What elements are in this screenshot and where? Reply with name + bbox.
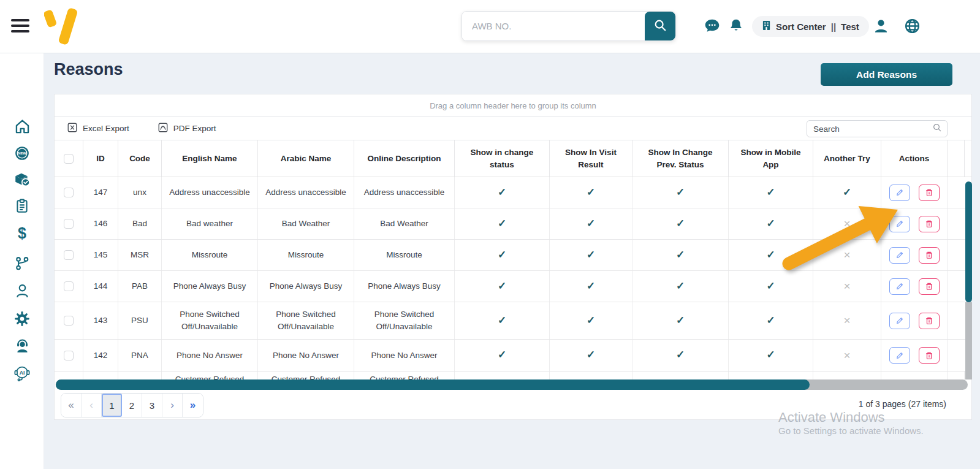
cell-code: PAB	[118, 271, 162, 302]
row-checkbox[interactable]	[55, 240, 83, 270]
table-row: 145 MSR Missroute Missroute Missroute ✓ …	[55, 240, 971, 271]
cell-english-name: Phone Switched Off/Unavailable	[162, 302, 258, 339]
group-panel[interactable]: Drag a column header here to group its c…	[55, 94, 971, 117]
vertical-scrollbar-track[interactable]	[965, 302, 972, 379]
cell-actions	[881, 240, 948, 270]
column-header-show-in-change-prev-status[interactable]: Show In Change Prev. Status	[632, 140, 729, 177]
cell-show-in-change-prev-status: ✓	[632, 208, 729, 239]
pagination-page-1[interactable]: 1	[102, 394, 122, 417]
cell-show-in-mobile-app: ✓	[729, 302, 813, 339]
edit-button[interactable]	[889, 185, 910, 201]
delete-button[interactable]	[919, 347, 940, 364]
cell-another-try: ✓	[813, 177, 881, 208]
edit-button[interactable]	[889, 247, 910, 264]
cell-code: unx	[118, 177, 162, 208]
excel-export-button[interactable]: Excel Export	[67, 122, 129, 135]
ai-assistant-icon[interactable]: AI	[12, 364, 32, 383]
topbar: Sort Center || Test	[0, 0, 980, 53]
notifications-bell-icon[interactable]	[728, 18, 745, 35]
branch-icon[interactable]	[12, 254, 32, 273]
awb-search-button[interactable]	[645, 12, 675, 40]
vertical-scrollbar-thumb[interactable]	[965, 181, 972, 302]
column-header-online-description[interactable]: Online Description	[354, 140, 455, 177]
column-header-english-name[interactable]: English Name	[162, 140, 258, 177]
pagination-last-button[interactable]: »	[183, 394, 203, 417]
cell-another-try: ×	[813, 208, 881, 239]
pagination-first-button[interactable]: «	[61, 394, 82, 417]
cell-online-description: Phone No Answer	[354, 340, 455, 371]
pagination-summary: 1 of 3 pages (27 items)	[859, 399, 946, 409]
activate-windows-watermark-sub: Go to Settings to activate Windows.	[778, 425, 924, 436]
horizontal-scrollbar[interactable]	[55, 379, 973, 390]
delete-button[interactable]	[919, 247, 940, 264]
select-all-checkbox[interactable]	[55, 140, 83, 177]
cell-english-name: Address unaccessible	[162, 177, 258, 208]
pdf-export-button[interactable]: PDF Export	[158, 122, 216, 135]
brand-logo[interactable]	[44, 7, 78, 47]
add-reasons-button[interactable]: Add Reasons	[821, 63, 952, 86]
column-header-arabic-name[interactable]: Arabic Name	[258, 140, 354, 177]
language-globe-icon[interactable]	[904, 18, 921, 35]
pagination-next-button[interactable]: ›	[162, 394, 183, 417]
clipboard-icon[interactable]	[12, 196, 32, 216]
dollar-icon[interactable]: $	[12, 223, 32, 243]
new-badge-icon[interactable]: NEW	[12, 143, 32, 163]
row-checkbox[interactable]	[55, 302, 83, 339]
cell-arabic-name: Bad Weather	[258, 208, 354, 239]
center-badge[interactable]: Sort Center || Test	[752, 16, 869, 37]
row-checkbox[interactable]	[55, 271, 83, 302]
delete-button[interactable]	[919, 185, 940, 201]
cell-show-in-mobile-app: ✓	[729, 340, 813, 371]
column-header-another-try[interactable]: Another Try	[813, 140, 881, 177]
user-profile-icon[interactable]	[873, 18, 890, 35]
awb-search-input[interactable]	[462, 12, 645, 40]
cell-id: 146	[83, 208, 118, 239]
cell-show-in-change-prev-status: ✓	[632, 177, 729, 208]
row-checkbox[interactable]	[55, 177, 83, 208]
excel-icon	[67, 122, 78, 135]
pagination-page-3[interactable]: 3	[142, 394, 162, 417]
column-header-id[interactable]: ID	[83, 140, 118, 177]
package-check-icon[interactable]	[12, 169, 32, 189]
filler-column	[948, 177, 965, 208]
pagination-page-2[interactable]: 2	[122, 394, 142, 417]
column-header-show-in-mobile-app[interactable]: Show in Mobile App	[729, 140, 813, 177]
cell-online-description: Phone Switched Off/Unavailable	[354, 302, 455, 339]
horizontal-scrollbar-thumb[interactable]	[56, 379, 810, 390]
table-row: 144 PAB Phone Always Busy Phone Always B…	[55, 271, 971, 302]
home-icon[interactable]	[12, 116, 32, 136]
filler-column	[948, 271, 965, 302]
edit-button[interactable]	[889, 347, 910, 364]
cell-online-description: Customer Refused	[354, 372, 455, 379]
activate-windows-watermark: Activate Windows	[778, 410, 885, 425]
edit-button[interactable]	[889, 216, 910, 232]
cell-id: 145	[83, 240, 118, 270]
support-agent-icon[interactable]	[12, 336, 32, 356]
column-header-code[interactable]: Code	[118, 140, 162, 177]
center-badge-secondary: Test	[841, 21, 859, 32]
delete-button[interactable]	[919, 313, 940, 329]
cell-show-in-change-status: ✓	[455, 271, 550, 302]
hamburger-menu-icon[interactable]	[11, 19, 29, 35]
edit-button[interactable]	[889, 278, 910, 295]
cell-arabic-name: Address unaccessible	[258, 177, 354, 208]
pagination-prev-button[interactable]: ‹	[82, 394, 102, 417]
grid-search-input[interactable]	[813, 124, 932, 134]
cell-show-in-mobile-app: ✓	[729, 208, 813, 239]
edit-button[interactable]	[889, 313, 910, 329]
cell-id: 144	[83, 271, 118, 302]
gear-icon[interactable]	[12, 309, 32, 329]
column-header-actions: Actions	[881, 140, 948, 177]
delete-button[interactable]	[919, 216, 940, 232]
cell-actions	[881, 340, 948, 371]
column-header-show-in-change-status[interactable]: Show in change status	[455, 140, 550, 177]
table-row: 142 PNA Phone No Answer Phone No Answer …	[55, 340, 971, 372]
row-checkbox[interactable]	[55, 208, 83, 239]
cell-actions	[881, 208, 948, 239]
delete-button[interactable]	[919, 278, 940, 295]
column-header-show-in-visit-result[interactable]: Show In Visit Result	[550, 140, 632, 177]
chat-icon[interactable]	[704, 18, 721, 35]
person-icon[interactable]	[12, 281, 32, 300]
reasons-grid-card: Drag a column header here to group its c…	[54, 94, 972, 420]
row-checkbox[interactable]	[55, 340, 83, 371]
